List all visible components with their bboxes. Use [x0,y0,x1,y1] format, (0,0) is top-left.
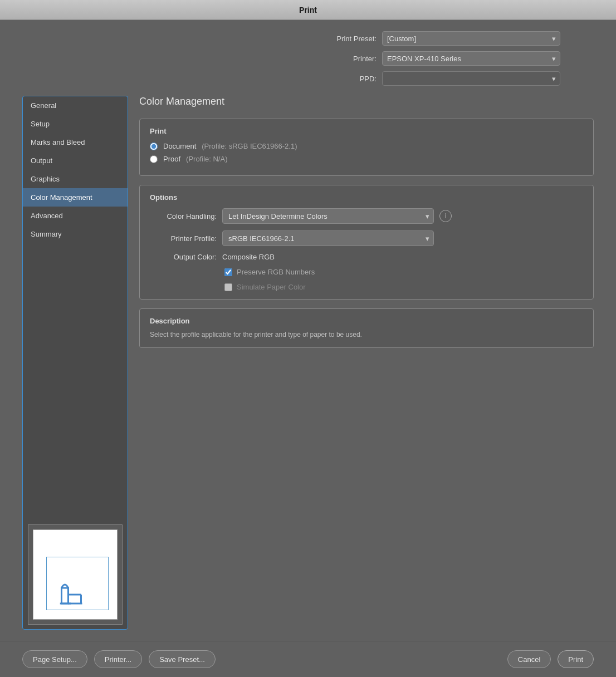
printer-button[interactable]: Printer... [94,650,142,668]
print-button[interactable]: Print [558,650,594,668]
preserve-rgb-checkbox[interactable] [224,268,232,276]
content-panel: Color Management Print Document (Profile… [128,96,594,630]
sidebar-item-color-management[interactable]: Color Management [23,188,128,207]
color-handling-info-icon[interactable]: i [439,210,452,222]
main-area: General Setup Marks and Bleed Output Gra… [22,96,594,630]
dialog-body: Print Preset: [Custom] Printer: EPSON XP… [0,20,616,641]
preserve-rgb-row: Preserve RGB Numbers [224,268,583,276]
printer-select-wrapper: EPSON XP-410 Series [382,51,560,66]
preview-document-icon [60,578,91,609]
document-radio[interactable] [150,143,158,150]
output-color-label: Output Color: [150,253,217,261]
options-section: Options Color Handling: Let InDesign Det… [139,185,594,300]
svg-rect-0 [62,588,69,604]
ppd-row: PPD: [332,71,560,86]
sidebar-item-summary[interactable]: Summary [23,225,128,243]
simulate-paper-checkbox[interactable] [224,283,232,291]
print-section: Print Document (Profile: sRGB IEC61966-2… [139,119,594,176]
sidebar-item-setup[interactable]: Setup [23,115,128,133]
printer-row: Printer: EPSON XP-410 Series [332,51,560,66]
color-handling-label: Color Handling: [150,212,217,220]
sidebar-nav: General Setup Marks and Bleed Output Gra… [23,96,128,520]
sidebar-item-general[interactable]: General [23,96,128,115]
title-bar: Print [0,0,616,20]
description-title: Description [150,317,583,325]
proof-profile-text: (Profile: N/A) [186,155,227,163]
document-radio-row: Document (Profile: sRGB IEC61966-2.1) [150,142,583,150]
ppd-label: PPD: [332,75,377,83]
simulate-paper-row: Simulate Paper Color [224,283,583,291]
printer-profile-select[interactable]: sRGB IEC61966-2.1 [222,230,434,246]
proof-radio-row: Proof (Profile: N/A) [150,155,583,163]
save-preset-button[interactable]: Save Preset... [149,650,216,668]
print-preset-label: Print Preset: [332,35,377,43]
presets-area: Print Preset: [Custom] Printer: EPSON XP… [22,31,594,86]
sidebar-item-advanced[interactable]: Advanced [23,207,128,225]
proof-radio[interactable] [150,155,158,163]
print-preset-select[interactable]: [Custom] [382,31,560,46]
print-preset-select-wrapper: [Custom] [382,31,560,46]
sidebar-item-marks-bleed[interactable]: Marks and Bleed [23,133,128,151]
description-section: Description Select the profile applicabl… [139,308,594,348]
sidebar: General Setup Marks and Bleed Output Gra… [22,96,128,630]
document-radio-label: Document [163,142,196,150]
print-preset-row: Print Preset: [Custom] [332,31,560,46]
preserve-rgb-label: Preserve RGB Numbers [237,268,315,276]
color-handling-select-wrapper: Let InDesign Determine Colors [222,208,434,224]
printer-profile-label: Printer Profile: [150,234,217,243]
printer-label: Printer: [332,55,377,63]
options-section-title: Options [150,193,583,202]
output-color-value: Composite RGB [222,253,275,261]
document-profile-text: (Profile: sRGB IEC61966-2.1) [202,142,297,150]
page-preview [28,524,123,625]
color-handling-select[interactable]: Let InDesign Determine Colors [222,208,434,224]
printer-select[interactable]: EPSON XP-410 Series [382,51,560,66]
ppd-select-wrapper [382,71,560,86]
print-section-title: Print [150,127,583,135]
printer-profile-row: Printer Profile: sRGB IEC61966-2.1 [150,230,583,246]
color-handling-row: Color Handling: Let InDesign Determine C… [150,208,583,224]
options-grid: Color Handling: Let InDesign Determine C… [150,208,583,291]
panel-title: Color Management [139,96,594,107]
sidebar-item-output[interactable]: Output [23,151,128,170]
ppd-select [382,71,560,86]
description-text: Select the profile applicable for the pr… [150,330,583,340]
output-color-row: Output Color: Composite RGB [150,253,583,261]
cancel-button[interactable]: Cancel [507,650,551,668]
proof-radio-label: Proof [163,155,180,163]
simulate-paper-label: Simulate Paper Color [237,283,306,291]
sidebar-item-graphics[interactable]: Graphics [23,170,128,188]
preview-paper [33,529,118,620]
printer-profile-select-wrapper: sRGB IEC61966-2.1 [222,230,434,246]
page-setup-button[interactable]: Page Setup... [22,650,87,668]
bottom-bar: Page Setup... Printer... Save Preset... … [0,641,616,677]
dialog-title: Print [299,6,317,14]
